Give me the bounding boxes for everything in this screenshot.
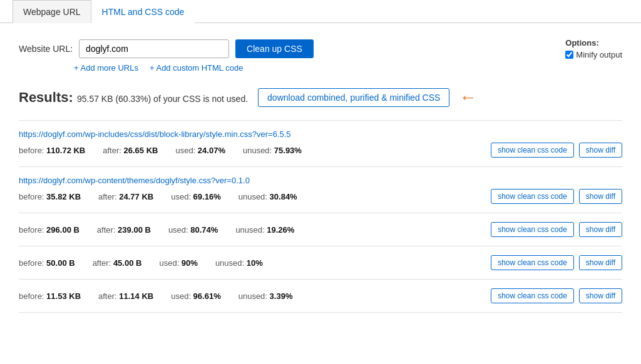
url-label: Website URL: xyxy=(19,44,73,54)
file-stats-row: before: 296.00 B after: 239.00 B used: 8… xyxy=(19,222,622,237)
stat-after: after: 239.00 B xyxy=(97,225,151,235)
minify-option[interactable]: Minify output xyxy=(565,50,622,59)
action-buttons: show clean css code show diff xyxy=(491,255,622,270)
file-section: before: 296.00 B after: 239.00 B used: 8… xyxy=(19,213,622,246)
add-links-row: + Add more URLs + Add custom HTML code xyxy=(74,63,622,73)
show-clean-css-button[interactable]: show clean css code xyxy=(491,189,574,204)
show-diff-button[interactable]: show diff xyxy=(579,143,622,158)
stat-before: before: 50.00 B xyxy=(19,258,75,268)
stat-used: used: 90% xyxy=(159,258,197,268)
show-clean-css-button[interactable]: show clean css code xyxy=(491,222,574,237)
file-section: https://doglyf.com/wp-includes/css/dist/… xyxy=(19,121,622,167)
show-clean-css-button[interactable]: show clean css code xyxy=(491,288,574,303)
download-button[interactable]: download combined, purified & minified C… xyxy=(258,88,449,107)
action-buttons: show clean css code show diff xyxy=(491,143,622,158)
stat-before: before: 35.82 KB xyxy=(19,192,81,201)
action-buttons: show clean css code show diff xyxy=(491,222,622,237)
show-diff-button[interactable]: show diff xyxy=(579,222,622,237)
add-more-urls-link[interactable]: + Add more URLs xyxy=(74,63,138,73)
file-stats-row: before: 110.72 KB after: 26.65 KB used: … xyxy=(19,143,622,158)
stat-before: before: 110.72 KB xyxy=(19,146,85,155)
stat-unused: unused: 19.26% xyxy=(235,225,294,235)
cleanup-button[interactable]: Clean up CSS xyxy=(235,39,314,58)
results-row: Results: 95.57 KB (60.33%) of your CSS i… xyxy=(19,88,622,108)
show-diff-button[interactable]: show diff xyxy=(579,189,622,204)
stat-before: before: 11.53 KB xyxy=(19,291,81,301)
stat-unused: unused: 30.84% xyxy=(238,192,297,201)
tab-webpage-url-label: Webpage URL xyxy=(23,7,81,17)
minify-label: Minify output xyxy=(576,50,622,59)
stat-used: used: 24.07% xyxy=(175,146,225,155)
options-box: Options: Minify output xyxy=(565,38,622,59)
file-url-link[interactable]: https://doglyf.com/wp-includes/css/dist/… xyxy=(19,129,622,139)
action-buttons: show clean css code show diff xyxy=(491,288,622,303)
stat-unused: unused: 75.93% xyxy=(243,146,302,155)
minify-checkbox[interactable] xyxy=(565,51,573,59)
stat-unused: unused: 3.39% xyxy=(238,291,293,301)
file-section: https://doglyf.com/wp-content/themes/dog… xyxy=(19,167,622,213)
stat-used: used: 96.61% xyxy=(171,291,221,301)
file-section: before: 50.00 B after: 45.00 B used: 90%… xyxy=(19,246,622,280)
files-container: https://doglyf.com/wp-includes/css/dist/… xyxy=(19,121,622,313)
url-input[interactable] xyxy=(79,39,229,58)
show-diff-button[interactable]: show diff xyxy=(579,288,622,303)
arrow-icon: → xyxy=(459,88,477,108)
stat-after: after: 24.77 KB xyxy=(98,192,153,201)
stat-after: after: 26.65 KB xyxy=(103,146,158,155)
file-section: before: 11.53 KB after: 11.14 KB used: 9… xyxy=(19,280,622,313)
main-content: Website URL: Clean up CSS Options: Minif… xyxy=(0,23,641,328)
show-diff-button[interactable]: show diff xyxy=(579,255,622,270)
add-custom-html-link[interactable]: + Add custom HTML code xyxy=(150,63,243,73)
stat-used: used: 69.16% xyxy=(171,192,221,201)
results-stat: 95.57 KB (60.33%) of your CSS is not use… xyxy=(77,94,248,104)
url-row: Website URL: Clean up CSS Options: Minif… xyxy=(19,38,622,59)
tab-bar: Webpage URL HTML and CSS code xyxy=(0,0,641,23)
stat-after: after: 45.00 B xyxy=(93,258,142,268)
stat-before: before: 296.00 B xyxy=(19,225,79,235)
results-heading: Results: 95.57 KB (60.33%) of your CSS i… xyxy=(19,89,248,106)
tab-webpage-url[interactable]: Webpage URL xyxy=(13,0,91,23)
stat-used: used: 80.74% xyxy=(168,225,218,235)
options-label: Options: xyxy=(565,38,622,48)
tab-html-css-label: HTML and CSS code xyxy=(102,7,185,17)
file-url-link[interactable]: https://doglyf.com/wp-content/themes/dog… xyxy=(19,176,622,185)
action-buttons: show clean css code show diff xyxy=(491,189,622,204)
show-clean-css-button[interactable]: show clean css code xyxy=(491,143,574,158)
results-label: Results: xyxy=(19,89,73,105)
stat-after: after: 11.14 KB xyxy=(98,291,153,301)
tab-html-css-code[interactable]: HTML and CSS code xyxy=(91,0,195,23)
stat-unused: unused: 10% xyxy=(215,258,263,268)
show-clean-css-button[interactable]: show clean css code xyxy=(491,255,574,270)
file-stats-row: before: 35.82 KB after: 24.77 KB used: 6… xyxy=(19,189,622,204)
file-stats-row: before: 50.00 B after: 45.00 B used: 90%… xyxy=(19,255,622,270)
file-stats-row: before: 11.53 KB after: 11.14 KB used: 9… xyxy=(19,288,622,303)
